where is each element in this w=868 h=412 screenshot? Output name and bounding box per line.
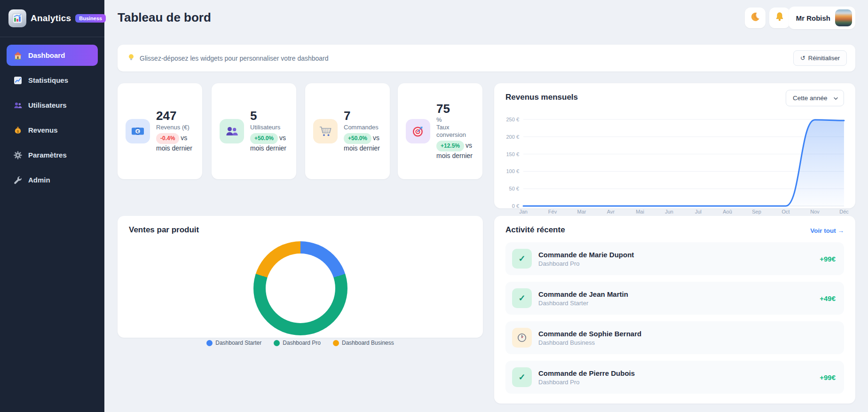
- svg-text:Nov: Nov: [810, 209, 820, 214]
- gear-icon: [13, 151, 23, 160]
- revenue-chart-card: Revenus mensuels Cette année 0 €50 €100 …: [494, 83, 855, 208]
- sidebar: Analytics Business Dashboard Stat: [0, 0, 104, 412]
- reset-button[interactable]: ↺ Réinitialiser: [793, 50, 847, 66]
- chart-line-icon: [13, 76, 23, 85]
- activity-row-title: Commande de Pierre Dubois: [538, 369, 635, 377]
- stat-value: 5: [250, 109, 289, 123]
- sidebar-item-label: Admin: [28, 176, 50, 184]
- cart-icon: [313, 119, 338, 143]
- clock-icon: [512, 328, 532, 348]
- check-icon: ✓: [512, 288, 532, 308]
- check-icon: ✓: [512, 249, 532, 269]
- legend-dot-blue: [206, 340, 213, 346]
- activity-row-product: Dashboard Pro: [538, 379, 635, 386]
- legend-label: Dashboard Pro: [283, 340, 321, 346]
- sidebar-item-revenus[interactable]: $ Revenus: [7, 119, 98, 141]
- sidebar-item-dashboard[interactable]: Dashboard: [7, 45, 98, 66]
- wrench-icon: [13, 175, 23, 185]
- svg-text:Aoû: Aoû: [723, 209, 732, 214]
- stat-card-commandes[interactable]: 7 Commandes +50.0%vs mois dernier: [305, 83, 390, 179]
- stat-change-badge: +12.5%: [436, 141, 464, 151]
- sidebar-item-label: Statistiques: [28, 76, 68, 84]
- users-icon: [13, 101, 23, 110]
- user-menu[interactable]: Mr Robish: [789, 7, 855, 29]
- stat-card-utilisateurs[interactable]: 5 Utilisateurs +50.0%vs mois dernier: [212, 83, 296, 179]
- activity-row-title: Commande de Sophie Bernard: [538, 330, 641, 338]
- money-bag-icon: $: [13, 126, 23, 135]
- stat-label: Taux conversion: [436, 124, 475, 139]
- activity-row[interactable]: ✓ Commande de Jean Martin Dashboard Star…: [505, 282, 844, 315]
- activity-row[interactable]: Commande de Sophie Bernard Dashboard Bus…: [505, 321, 844, 354]
- theme-toggle-button[interactable]: [745, 8, 765, 28]
- stat-card-revenus[interactable]: € 247 Revenus (€) -0.4%vs mois dernier: [118, 83, 202, 179]
- sidebar-item-utilisateurs[interactable]: Utilisateurs: [7, 95, 98, 116]
- year-range-select[interactable]: Cette année: [786, 90, 844, 106]
- recent-activity-card: Activité récente Voir tout → ✓ Commande …: [494, 216, 855, 404]
- svg-text:200 €: 200 €: [506, 134, 519, 140]
- activity-row[interactable]: ✓ Commande de Pierre Dubois Dashboard Pr…: [505, 361, 844, 394]
- svg-text:250 €: 250 €: [506, 117, 519, 122]
- stat-value: 75: [436, 102, 475, 116]
- stat-unit: %: [436, 116, 475, 123]
- stat-label: Utilisateurs: [250, 124, 289, 131]
- legend-item-business: Dashboard Business: [333, 340, 394, 346]
- activity-row[interactable]: ✓ Commande de Marie Dupont Dashboard Pro…: [505, 242, 844, 275]
- users-icon: [220, 119, 244, 143]
- sidebar-item-label: Paramètres: [28, 151, 67, 159]
- plan-badge: Business: [75, 14, 106, 23]
- svg-text:Avr: Avr: [607, 209, 615, 214]
- svg-text:150 €: 150 €: [506, 151, 519, 157]
- hint-text: Glissez-déposez les widgets pour personn…: [140, 55, 329, 62]
- activity-title: Activité récente: [505, 225, 565, 235]
- app-logo: Analytics Business: [0, 0, 104, 37]
- svg-text:50 €: 50 €: [509, 186, 519, 191]
- home-icon: [13, 51, 23, 60]
- stat-label: Commandes: [344, 124, 382, 131]
- sidebar-item-label: Utilisateurs: [28, 101, 67, 109]
- avatar: [835, 9, 852, 26]
- stat-label: Revenus (€): [156, 124, 195, 131]
- svg-text:Déc: Déc: [839, 209, 849, 214]
- check-icon: ✓: [512, 367, 532, 387]
- moon-icon: [750, 11, 761, 24]
- legend-item-starter: Dashboard Starter: [206, 340, 261, 346]
- svg-text:Mar: Mar: [577, 209, 586, 214]
- legend-item-pro: Dashboard Pro: [274, 340, 321, 346]
- stat-value: 247: [156, 109, 195, 123]
- svg-text:Fév: Fév: [548, 209, 557, 214]
- revenue-chart-title: Revenus mensuels: [505, 93, 578, 102]
- activity-row-product: Dashboard Starter: [538, 300, 628, 307]
- stat-value: 7: [344, 109, 382, 123]
- app-name: Analytics: [31, 13, 71, 24]
- sidebar-item-parametres[interactable]: Paramètres: [7, 144, 98, 166]
- sidebar-item-label: Dashboard: [28, 51, 65, 59]
- user-name: Mr Robish: [796, 14, 830, 22]
- legend-label: Dashboard Business: [342, 340, 394, 346]
- stat-change-badge: +50.0%: [250, 133, 278, 144]
- svg-text:Oct: Oct: [781, 209, 789, 214]
- sales-chart-title: Ventes par produit: [129, 225, 199, 235]
- svg-text:Jul: Jul: [695, 209, 702, 214]
- legend-label: Dashboard Starter: [215, 340, 261, 346]
- revenue-line-chart: 0 €50 €100 €150 €200 €250 €JanFévMarAvrM…: [494, 105, 855, 221]
- sidebar-item-statistiques[interactable]: Statistiques: [7, 70, 98, 91]
- svg-text:Mai: Mai: [636, 209, 644, 214]
- activity-row-product: Dashboard Business: [538, 339, 641, 346]
- view-all-link[interactable]: Voir tout →: [810, 227, 844, 234]
- notifications-button[interactable]: [769, 8, 790, 28]
- sidebar-item-admin[interactable]: Admin: [7, 169, 98, 190]
- donut-hole: [266, 254, 335, 323]
- sales-chart-card: Ventes par produit: [118, 216, 483, 338]
- activity-row-amount: +99€: [820, 373, 836, 381]
- activity-row-title: Commande de Jean Martin: [538, 290, 628, 298]
- main-content: Tableau de bord Mr Robish: [104, 0, 868, 412]
- banknote-icon: €: [126, 119, 150, 143]
- bar-chart-logo-icon: [8, 9, 26, 27]
- lightbulb-icon: [127, 53, 135, 63]
- stat-card-taux-conversion[interactable]: 75 % Taux conversion +12.5%vs mois derni…: [398, 83, 482, 179]
- reset-icon: ↺: [800, 55, 805, 62]
- svg-text:0 €: 0 €: [512, 203, 519, 209]
- activity-row-amount: +99€: [820, 255, 836, 263]
- svg-text:€: €: [137, 129, 139, 134]
- activity-row-product: Dashboard Pro: [538, 260, 634, 267]
